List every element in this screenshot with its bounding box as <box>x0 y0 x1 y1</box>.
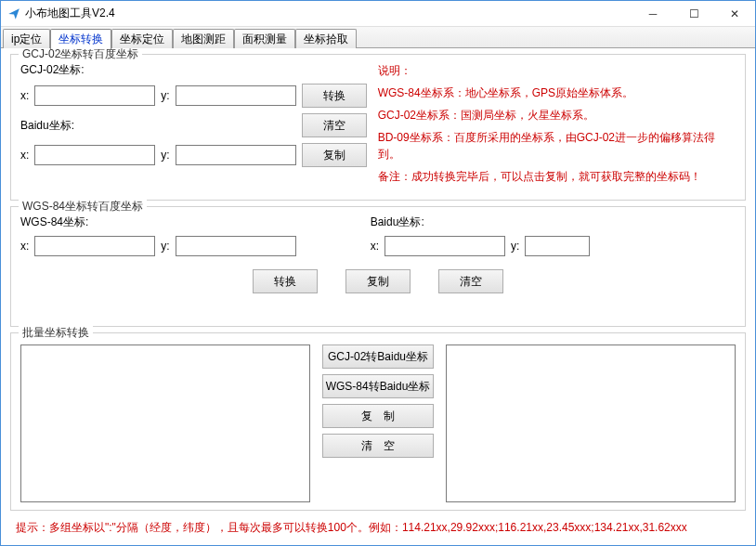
tab-area-measure[interactable]: 面积测量 <box>234 29 295 48</box>
info-gcj-a: GCJ-02坐标系： <box>378 109 461 122</box>
content: GCJ-02坐标转百度坐标 GCJ-02坐标: x: y: 转换 Baidu坐标… <box>1 48 755 545</box>
app-icon <box>7 6 21 21</box>
baidu-x-output[interactable] <box>34 145 155 165</box>
batch-wgs-button[interactable]: WGS-84转Baidu坐标 <box>322 374 434 398</box>
baidu-label: Baidu坐标: <box>20 118 74 134</box>
tab-map-distance[interactable]: 地图测距 <box>173 29 234 48</box>
tab-coord-locate[interactable]: 坐标定位 <box>111 29 173 48</box>
info-wgs-b: 地心坐标系，GPS原始坐标体系。 <box>465 86 633 99</box>
info-title: 说明： <box>378 62 736 79</box>
wgs-label: WGS-84坐标: <box>20 214 88 230</box>
info-wgs-a: WGS-84坐标系： <box>378 86 465 99</box>
g2-x-label-1: x: <box>20 240 29 253</box>
gcj-label: GCJ-02坐标: <box>20 62 85 78</box>
g2-clear-button[interactable]: 清空 <box>438 269 503 293</box>
g2-baidu-y-output[interactable] <box>525 236 590 256</box>
g1-x-label-1: x: <box>20 89 29 102</box>
batch-input-textarea[interactable] <box>20 344 310 502</box>
close-button[interactable]: ✕ <box>714 1 755 26</box>
window-controls: ─ ☐ ✕ <box>632 1 755 26</box>
batch-copy-button[interactable]: 复 制 <box>322 404 434 428</box>
g2-copy-button[interactable]: 复制 <box>345 269 411 293</box>
batch-output-textarea[interactable] <box>446 344 736 502</box>
g2-baidu-x-output[interactable] <box>385 236 505 256</box>
group3-title: 批量坐标转换 <box>19 325 93 341</box>
tabstrip: ip定位 坐标转换 坐标定位 地图测距 面积测量 坐标拾取 <box>1 27 755 48</box>
g1-y-label-2: y: <box>161 149 169 162</box>
app-window: 小布地图工具V2.4 ─ ☐ ✕ ip定位 坐标转换 坐标定位 地图测距 面积测… <box>0 0 756 546</box>
batch-gcj-button[interactable]: GCJ-02转Baidu坐标 <box>322 344 434 369</box>
info-gcj-b: 国测局坐标，火星坐标系。 <box>461 109 594 122</box>
wgs-y-input[interactable] <box>176 236 296 256</box>
hint-text: 提示：多组坐标以":"分隔（经度，纬度），且每次最多可以转换100个。例如：11… <box>10 516 746 541</box>
wgs-x-input[interactable] <box>34 236 155 256</box>
g2-y-label-1: y: <box>161 240 169 253</box>
g1-convert-button[interactable]: 转换 <box>302 84 367 108</box>
info-bd-a: BD-09坐标系： <box>378 131 454 144</box>
g2-convert-button[interactable]: 转换 <box>253 269 318 293</box>
g2-baidu-label: Baidu坐标: <box>371 214 424 230</box>
batch-clear-button[interactable]: 清 空 <box>322 434 434 458</box>
g1-clear-button[interactable]: 清空 <box>302 113 367 137</box>
window-title: 小布地图工具V2.4 <box>25 6 632 21</box>
info-note-b: 成功转换完毕后，可以点击复制，就可获取完整的坐标码！ <box>411 170 701 183</box>
tab-ip-locate[interactable]: ip定位 <box>3 29 50 48</box>
group-gcj02-to-baidu: GCJ-02坐标转百度坐标 GCJ-02坐标: x: y: 转换 Baidu坐标… <box>10 54 746 201</box>
g1-y-label-1: y: <box>161 89 169 102</box>
minimize-button[interactable]: ─ <box>632 1 673 26</box>
tab-coord-pick[interactable]: 坐标拾取 <box>295 29 357 48</box>
group2-title: WGS-84坐标转百度坐标 <box>19 199 147 214</box>
maximize-button[interactable]: ☐ <box>673 1 714 26</box>
g2-y-label-2: y: <box>511 240 519 253</box>
titlebar: 小布地图工具V2.4 ─ ☐ ✕ <box>1 1 755 27</box>
info-note-a: 备注： <box>378 170 411 183</box>
gcj-x-input[interactable] <box>34 85 155 106</box>
g1-copy-button[interactable]: 复制 <box>302 143 367 167</box>
group-wgs84-to-baidu: WGS-84坐标转百度坐标 WGS-84坐标: x: y: Baidu坐标: x… <box>10 206 746 327</box>
gcj-y-input[interactable] <box>176 85 296 106</box>
tab-coord-convert[interactable]: 坐标转换 <box>50 29 111 49</box>
baidu-y-output[interactable] <box>176 145 296 165</box>
group1-title: GCJ-02坐标转百度坐标 <box>19 48 142 62</box>
info-panel: 说明： WGS-84坐标系：地心坐标系，GPS原始坐标体系。 GCJ-02坐标系… <box>378 62 736 190</box>
g1-x-label-2: x: <box>20 149 29 162</box>
group-batch-convert: 批量坐标转换 GCJ-02转Baidu坐标 WGS-84转Baidu坐标 复 制… <box>10 332 746 511</box>
g2-x-label-2: x: <box>371 240 379 253</box>
